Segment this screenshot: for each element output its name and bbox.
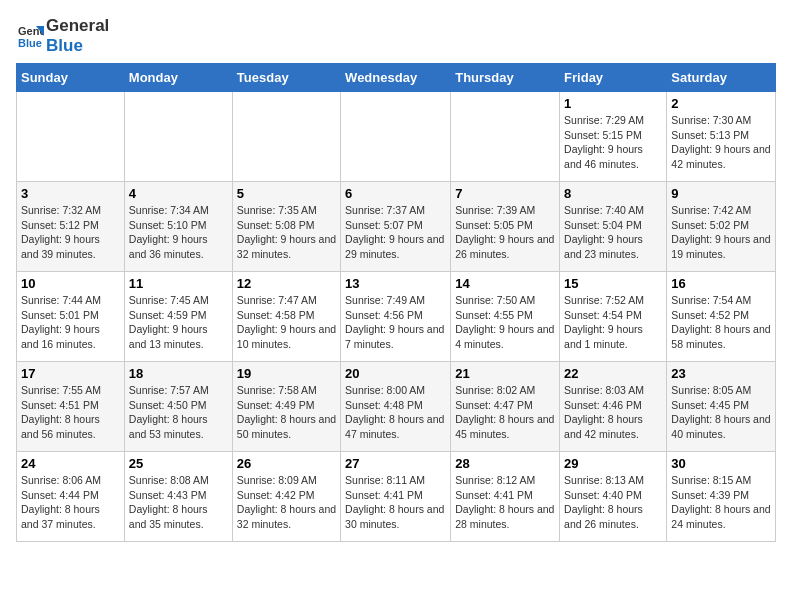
day-info: Sunrise: 7:55 AM Sunset: 4:51 PM Dayligh… bbox=[21, 383, 120, 442]
day-info: Sunrise: 7:57 AM Sunset: 4:50 PM Dayligh… bbox=[129, 383, 228, 442]
day-number: 27 bbox=[345, 456, 446, 471]
day-cell: 25Sunrise: 8:08 AM Sunset: 4:43 PM Dayli… bbox=[124, 452, 232, 542]
day-cell bbox=[451, 92, 560, 182]
day-number: 7 bbox=[455, 186, 555, 201]
day-info: Sunrise: 8:13 AM Sunset: 4:40 PM Dayligh… bbox=[564, 473, 662, 532]
day-cell: 10Sunrise: 7:44 AM Sunset: 5:01 PM Dayli… bbox=[17, 272, 125, 362]
day-number: 3 bbox=[21, 186, 120, 201]
day-cell: 2Sunrise: 7:30 AM Sunset: 5:13 PM Daylig… bbox=[667, 92, 776, 182]
day-info: Sunrise: 8:05 AM Sunset: 4:45 PM Dayligh… bbox=[671, 383, 771, 442]
day-info: Sunrise: 7:37 AM Sunset: 5:07 PM Dayligh… bbox=[345, 203, 446, 262]
day-info: Sunrise: 7:52 AM Sunset: 4:54 PM Dayligh… bbox=[564, 293, 662, 352]
week-row-4: 17Sunrise: 7:55 AM Sunset: 4:51 PM Dayli… bbox=[17, 362, 776, 452]
day-cell: 17Sunrise: 7:55 AM Sunset: 4:51 PM Dayli… bbox=[17, 362, 125, 452]
day-info: Sunrise: 7:44 AM Sunset: 5:01 PM Dayligh… bbox=[21, 293, 120, 352]
week-row-1: 1Sunrise: 7:29 AM Sunset: 5:15 PM Daylig… bbox=[17, 92, 776, 182]
day-number: 13 bbox=[345, 276, 446, 291]
day-cell: 18Sunrise: 7:57 AM Sunset: 4:50 PM Dayli… bbox=[124, 362, 232, 452]
logo: General Blue General Blue bbox=[16, 16, 109, 55]
day-info: Sunrise: 8:11 AM Sunset: 4:41 PM Dayligh… bbox=[345, 473, 446, 532]
week-row-2: 3Sunrise: 7:32 AM Sunset: 5:12 PM Daylig… bbox=[17, 182, 776, 272]
day-number: 21 bbox=[455, 366, 555, 381]
weekday-header-tuesday: Tuesday bbox=[232, 64, 340, 92]
day-number: 8 bbox=[564, 186, 662, 201]
day-info: Sunrise: 7:58 AM Sunset: 4:49 PM Dayligh… bbox=[237, 383, 336, 442]
day-cell: 7Sunrise: 7:39 AM Sunset: 5:05 PM Daylig… bbox=[451, 182, 560, 272]
day-info: Sunrise: 8:09 AM Sunset: 4:42 PM Dayligh… bbox=[237, 473, 336, 532]
day-cell bbox=[17, 92, 125, 182]
day-info: Sunrise: 7:49 AM Sunset: 4:56 PM Dayligh… bbox=[345, 293, 446, 352]
day-number: 22 bbox=[564, 366, 662, 381]
day-info: Sunrise: 7:42 AM Sunset: 5:02 PM Dayligh… bbox=[671, 203, 771, 262]
day-number: 12 bbox=[237, 276, 336, 291]
weekday-header-saturday: Saturday bbox=[667, 64, 776, 92]
day-cell: 21Sunrise: 8:02 AM Sunset: 4:47 PM Dayli… bbox=[451, 362, 560, 452]
day-cell: 3Sunrise: 7:32 AM Sunset: 5:12 PM Daylig… bbox=[17, 182, 125, 272]
day-cell bbox=[232, 92, 340, 182]
day-info: Sunrise: 8:03 AM Sunset: 4:46 PM Dayligh… bbox=[564, 383, 662, 442]
day-info: Sunrise: 8:12 AM Sunset: 4:41 PM Dayligh… bbox=[455, 473, 555, 532]
day-cell: 16Sunrise: 7:54 AM Sunset: 4:52 PM Dayli… bbox=[667, 272, 776, 362]
day-info: Sunrise: 8:06 AM Sunset: 4:44 PM Dayligh… bbox=[21, 473, 120, 532]
day-number: 1 bbox=[564, 96, 662, 111]
day-number: 16 bbox=[671, 276, 771, 291]
day-cell: 4Sunrise: 7:34 AM Sunset: 5:10 PM Daylig… bbox=[124, 182, 232, 272]
day-cell: 6Sunrise: 7:37 AM Sunset: 5:07 PM Daylig… bbox=[341, 182, 451, 272]
day-cell: 12Sunrise: 7:47 AM Sunset: 4:58 PM Dayli… bbox=[232, 272, 340, 362]
day-info: Sunrise: 7:54 AM Sunset: 4:52 PM Dayligh… bbox=[671, 293, 771, 352]
page-header: General Blue General Blue bbox=[16, 16, 776, 55]
calendar-table: SundayMondayTuesdayWednesdayThursdayFrid… bbox=[16, 63, 776, 542]
weekday-header-row: SundayMondayTuesdayWednesdayThursdayFrid… bbox=[17, 64, 776, 92]
day-number: 20 bbox=[345, 366, 446, 381]
day-number: 6 bbox=[345, 186, 446, 201]
day-info: Sunrise: 7:45 AM Sunset: 4:59 PM Dayligh… bbox=[129, 293, 228, 352]
logo-general: General bbox=[46, 16, 109, 36]
day-cell: 11Sunrise: 7:45 AM Sunset: 4:59 PM Dayli… bbox=[124, 272, 232, 362]
day-cell: 8Sunrise: 7:40 AM Sunset: 5:04 PM Daylig… bbox=[560, 182, 667, 272]
day-number: 5 bbox=[237, 186, 336, 201]
day-info: Sunrise: 7:50 AM Sunset: 4:55 PM Dayligh… bbox=[455, 293, 555, 352]
day-cell: 30Sunrise: 8:15 AM Sunset: 4:39 PM Dayli… bbox=[667, 452, 776, 542]
day-cell bbox=[341, 92, 451, 182]
day-number: 15 bbox=[564, 276, 662, 291]
day-number: 4 bbox=[129, 186, 228, 201]
weekday-header-monday: Monday bbox=[124, 64, 232, 92]
day-cell: 29Sunrise: 8:13 AM Sunset: 4:40 PM Dayli… bbox=[560, 452, 667, 542]
week-row-5: 24Sunrise: 8:06 AM Sunset: 4:44 PM Dayli… bbox=[17, 452, 776, 542]
day-cell: 23Sunrise: 8:05 AM Sunset: 4:45 PM Dayli… bbox=[667, 362, 776, 452]
day-cell: 20Sunrise: 8:00 AM Sunset: 4:48 PM Dayli… bbox=[341, 362, 451, 452]
day-info: Sunrise: 7:30 AM Sunset: 5:13 PM Dayligh… bbox=[671, 113, 771, 172]
day-cell: 22Sunrise: 8:03 AM Sunset: 4:46 PM Dayli… bbox=[560, 362, 667, 452]
day-cell: 1Sunrise: 7:29 AM Sunset: 5:15 PM Daylig… bbox=[560, 92, 667, 182]
weekday-header-friday: Friday bbox=[560, 64, 667, 92]
day-number: 29 bbox=[564, 456, 662, 471]
day-cell: 24Sunrise: 8:06 AM Sunset: 4:44 PM Dayli… bbox=[17, 452, 125, 542]
weekday-header-wednesday: Wednesday bbox=[341, 64, 451, 92]
day-number: 26 bbox=[237, 456, 336, 471]
day-info: Sunrise: 7:39 AM Sunset: 5:05 PM Dayligh… bbox=[455, 203, 555, 262]
day-cell: 5Sunrise: 7:35 AM Sunset: 5:08 PM Daylig… bbox=[232, 182, 340, 272]
day-info: Sunrise: 7:34 AM Sunset: 5:10 PM Dayligh… bbox=[129, 203, 228, 262]
day-info: Sunrise: 7:32 AM Sunset: 5:12 PM Dayligh… bbox=[21, 203, 120, 262]
day-cell: 9Sunrise: 7:42 AM Sunset: 5:02 PM Daylig… bbox=[667, 182, 776, 272]
day-cell: 27Sunrise: 8:11 AM Sunset: 4:41 PM Dayli… bbox=[341, 452, 451, 542]
svg-text:Blue: Blue bbox=[18, 37, 42, 49]
day-info: Sunrise: 8:02 AM Sunset: 4:47 PM Dayligh… bbox=[455, 383, 555, 442]
day-number: 28 bbox=[455, 456, 555, 471]
day-info: Sunrise: 7:47 AM Sunset: 4:58 PM Dayligh… bbox=[237, 293, 336, 352]
day-number: 10 bbox=[21, 276, 120, 291]
day-number: 14 bbox=[455, 276, 555, 291]
day-info: Sunrise: 7:35 AM Sunset: 5:08 PM Dayligh… bbox=[237, 203, 336, 262]
day-number: 30 bbox=[671, 456, 771, 471]
day-info: Sunrise: 7:29 AM Sunset: 5:15 PM Dayligh… bbox=[564, 113, 662, 172]
weekday-header-thursday: Thursday bbox=[451, 64, 560, 92]
day-number: 9 bbox=[671, 186, 771, 201]
day-cell: 15Sunrise: 7:52 AM Sunset: 4:54 PM Dayli… bbox=[560, 272, 667, 362]
day-number: 18 bbox=[129, 366, 228, 381]
day-number: 23 bbox=[671, 366, 771, 381]
day-info: Sunrise: 8:00 AM Sunset: 4:48 PM Dayligh… bbox=[345, 383, 446, 442]
day-cell: 28Sunrise: 8:12 AM Sunset: 4:41 PM Dayli… bbox=[451, 452, 560, 542]
week-row-3: 10Sunrise: 7:44 AM Sunset: 5:01 PM Dayli… bbox=[17, 272, 776, 362]
weekday-header-sunday: Sunday bbox=[17, 64, 125, 92]
day-number: 2 bbox=[671, 96, 771, 111]
